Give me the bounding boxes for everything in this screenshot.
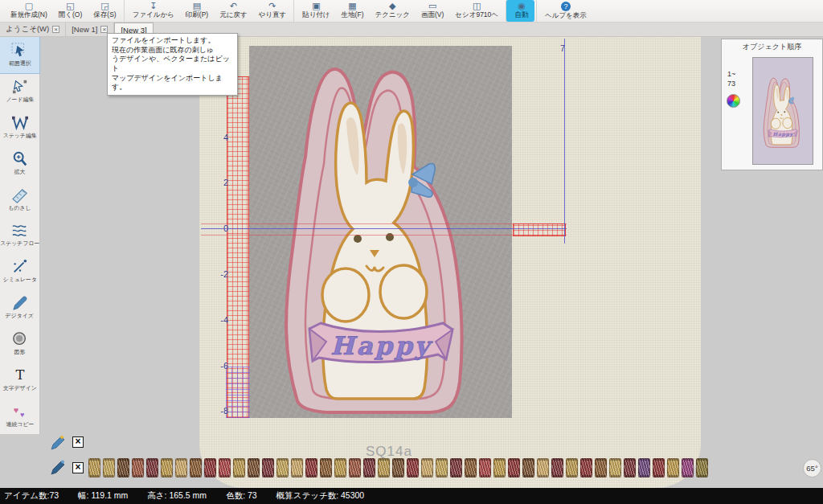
- thread-spool[interactable]: [682, 458, 694, 477]
- thread-spool[interactable]: [305, 458, 317, 477]
- panel-title: オブジェクト順序: [722, 39, 822, 52]
- thread-spool[interactable]: [320, 458, 332, 477]
- toolbar-item-save[interactable]: ◲ 保存(S): [88, 0, 121, 22]
- tool-node-edit[interactable]: ノード編集: [0, 73, 39, 109]
- tool-text-design[interactable]: T 文字デザイン: [0, 362, 39, 398]
- toolbar-label: 新規作成(N): [10, 10, 47, 20]
- thread-spool[interactable]: [132, 458, 144, 477]
- node-edit-icon: [10, 79, 30, 95]
- thread-spool[interactable]: [349, 458, 361, 477]
- thread-spool[interactable]: [493, 458, 506, 477]
- tool-select[interactable]: 範囲選択: [0, 37, 39, 73]
- close-icon[interactable]: ×: [100, 26, 108, 33]
- digitize-pen-icon: [10, 295, 30, 311]
- status-item-count: アイテム数:73: [4, 490, 59, 502]
- toolbar-item-open[interactable]: ◱ 開く(O): [53, 0, 88, 22]
- toolbar-label: 開く(O): [59, 10, 82, 20]
- tool-ruler[interactable]: ものさし: [0, 182, 39, 218]
- tool-stitch-flow[interactable]: ステッチフロー: [0, 218, 39, 254]
- toolbar-item-help[interactable]: ? ヘルプを表示: [536, 0, 592, 22]
- thread-spool[interactable]: [407, 458, 419, 477]
- toolbar-label: 保存(S): [93, 10, 116, 20]
- thread-spool[interactable]: [450, 458, 462, 477]
- shape-circle-icon: [10, 331, 30, 347]
- toolbar-item-print[interactable]: ▤ 印刷(P): [180, 0, 214, 22]
- fabric-icon: ▦: [348, 2, 356, 10]
- tool-stitch-edit[interactable]: ステッチ編集: [0, 109, 39, 145]
- thread-spool[interactable]: [595, 458, 607, 477]
- thread-spool[interactable]: [624, 458, 636, 477]
- toolbar-item-paste[interactable]: ▣ 貼り付け: [293, 0, 335, 22]
- ruler-label: 4: [211, 133, 228, 142]
- thread-spool[interactable]: [696, 458, 708, 477]
- thread-spool[interactable]: [378, 458, 390, 477]
- thread-spool[interactable]: [248, 458, 260, 477]
- print-icon: ▤: [193, 2, 201, 10]
- thread-spool[interactable]: [551, 458, 563, 477]
- row2-checkbox[interactable]: ×: [72, 462, 84, 473]
- thread-spool[interactable]: [479, 458, 491, 477]
- thread-spool[interactable]: [363, 458, 375, 477]
- ruler-label-horizontal: 7: [560, 43, 565, 53]
- toolbar-label: セシオ9710ヘ: [455, 10, 498, 20]
- thread-spool[interactable]: [88, 458, 100, 477]
- thread-spool[interactable]: [522, 458, 534, 477]
- angle-badge[interactable]: 65°: [803, 459, 821, 477]
- color-wheel-icon: [727, 94, 740, 108]
- thread-spool[interactable]: [566, 458, 578, 477]
- toolbar-item-send-to-machine[interactable]: ◫ セシオ9710ヘ: [449, 0, 504, 22]
- design-thumbnail[interactable]: [752, 57, 813, 165]
- thread-spool[interactable]: [204, 458, 216, 477]
- thread-spool[interactable]: [291, 458, 303, 477]
- thread-spool[interactable]: [117, 458, 129, 477]
- import-tooltip: ファイルをインポートします。 現在の作業画面に既存の刺しゅ うデザインや、ベクタ…: [107, 33, 238, 96]
- thread-spool[interactable]: [667, 458, 679, 477]
- thread-spool[interactable]: [436, 458, 448, 477]
- thread-spool[interactable]: [161, 458, 173, 477]
- close-icon[interactable]: ×: [52, 26, 59, 33]
- toolbar-item-new[interactable]: ▢ 新規作成(N): [5, 0, 53, 22]
- embroidery-design[interactable]: [249, 46, 512, 418]
- tool-repeat-copy[interactable]: ♥ ♥ 連続コピー: [0, 398, 39, 434]
- stitch-flow-icon: [10, 223, 30, 239]
- thread-spool[interactable]: [175, 458, 187, 477]
- thread-spool[interactable]: [421, 458, 433, 477]
- text-tool-icon: T: [10, 367, 30, 383]
- thread-spool[interactable]: [103, 458, 115, 477]
- redo-icon: ↷: [268, 2, 276, 10]
- tooltip-line: 現在の作業画面に既存の刺しゅ: [112, 46, 233, 55]
- toolbar-item-technique[interactable]: ◆ テクニック: [369, 0, 416, 22]
- toolbar-item-fabric[interactable]: ▦ 生地(F): [336, 0, 370, 22]
- thread-spool[interactable]: [146, 458, 158, 477]
- thread-spool[interactable]: [465, 458, 477, 477]
- thread-spool[interactable]: [537, 458, 549, 477]
- row1-checkbox[interactable]: ×: [72, 436, 84, 448]
- thread-pen-icon[interactable]: [50, 460, 66, 479]
- thread-spool[interactable]: [508, 458, 520, 477]
- tool-zoom[interactable]: 拡大: [0, 145, 39, 182]
- thread-spool[interactable]: [262, 458, 274, 477]
- thread-spool[interactable]: [609, 458, 621, 477]
- object-range: 1~ 73: [727, 70, 735, 88]
- thread-spool[interactable]: [334, 458, 346, 477]
- thread-spool[interactable]: [190, 458, 202, 477]
- thread-spool[interactable]: [276, 458, 289, 477]
- thread-spool[interactable]: [219, 458, 231, 477]
- toolbar-label: テクニック: [375, 10, 410, 20]
- toolbar-item-view[interactable]: ▭ 画面(V): [416, 0, 449, 22]
- tooltip-line: ファイルをインポートします。: [112, 36, 233, 46]
- tool-simulator[interactable]: シミュレータ: [0, 253, 39, 289]
- thread-spool[interactable]: [233, 458, 245, 477]
- magic-pen-icon[interactable]: [50, 435, 66, 454]
- tool-shapes[interactable]: 図形: [0, 326, 39, 362]
- thread-spool[interactable]: [392, 458, 404, 477]
- toolbar-item-auto[interactable]: ◉ 自動: [506, 0, 534, 22]
- toolbar-item-redo[interactable]: ↷ やり直す: [253, 0, 293, 22]
- toolbar-item-undo[interactable]: ↶ 元に戻す: [214, 0, 252, 22]
- thread-spool[interactable]: [653, 458, 665, 477]
- thread-spool[interactable]: [638, 458, 650, 477]
- toolbar-item-import-from-file[interactable]: ↧ ファイルから: [124, 0, 180, 22]
- tool-digitize[interactable]: デジタイズ: [0, 289, 39, 326]
- tab-welcome[interactable]: ようこそ(W) ×: [0, 23, 66, 36]
- thread-spool[interactable]: [580, 458, 592, 477]
